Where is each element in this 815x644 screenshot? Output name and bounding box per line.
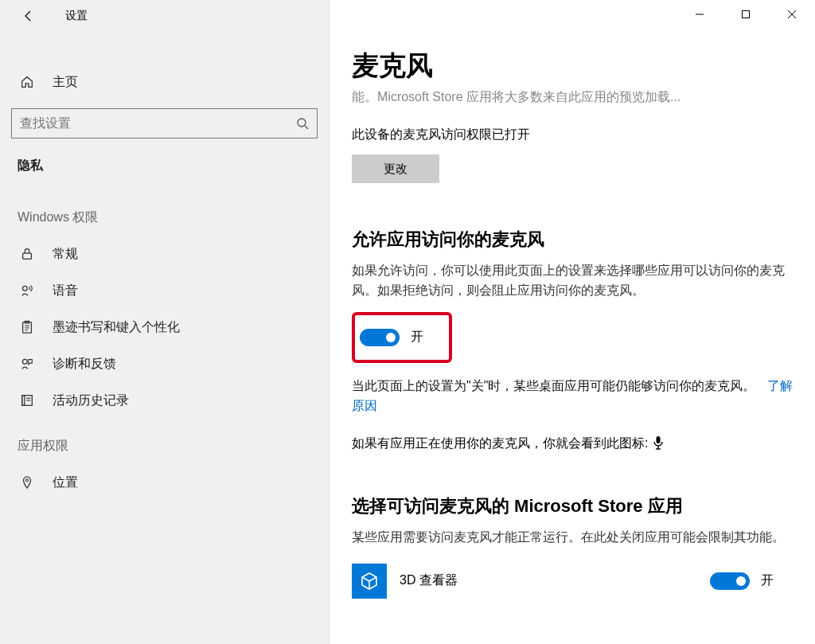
app-toggle-label: 开 <box>761 572 774 589</box>
sidebar-item-general[interactable]: 常规 <box>11 236 318 272</box>
sidebar-item-inking[interactable]: 墨迹书写和键入个性化 <box>11 309 318 345</box>
titlebar-right <box>330 0 815 29</box>
svg-rect-11 <box>22 396 25 406</box>
store-apps-desc: 某些应用需要访问麦克风才能正常运行。在此处关闭应用可能会限制其功能。 <box>352 528 793 548</box>
sidebar: 设置 主页 隐私 Windows 权限 常规 语音 <box>0 0 330 644</box>
app-toggle-3dviewer[interactable] <box>710 572 750 590</box>
svg-line-1 <box>305 126 308 129</box>
allow-apps-title: 允许应用访问你的麦克风 <box>352 228 793 252</box>
sidebar-item-speech[interactable]: 语音 <box>11 272 318 309</box>
close-button[interactable] <box>769 0 815 29</box>
minimize-button[interactable] <box>677 0 723 29</box>
microphone-icon <box>653 435 664 453</box>
back-button[interactable] <box>22 10 51 22</box>
speech-icon <box>18 283 37 298</box>
svg-rect-19 <box>657 436 661 443</box>
lock-icon <box>18 247 37 261</box>
device-access-status: 此设备的麦克风访问权限已打开 <box>352 127 793 143</box>
sidebar-item-activity[interactable]: 活动历史记录 <box>11 382 318 419</box>
maximize-button[interactable] <box>723 0 769 29</box>
section-privacy: 隐私 <box>11 151 318 190</box>
svg-rect-16 <box>743 11 750 18</box>
svg-rect-2 <box>23 253 32 259</box>
svg-point-0 <box>298 119 306 127</box>
allow-apps-desc: 如果允许访问，你可以使用此页面上的设置来选择哪些应用可以访问你的麦克风。如果拒绝… <box>352 261 793 301</box>
search-icon[interactable] <box>288 117 317 130</box>
highlight-box: 开 <box>352 312 452 363</box>
activity-icon <box>18 393 37 408</box>
off-note: 当此页面上的设置为"关"时，某些桌面应用可能仍能够访问你的麦克风。 了解原因 <box>352 376 793 416</box>
location-icon <box>18 475 37 490</box>
sidebar-item-location[interactable]: 位置 <box>11 464 318 501</box>
sidebar-content: 主页 隐私 Windows 权限 常规 语音 墨迹书写和键 <box>0 32 329 501</box>
allow-apps-toggle[interactable] <box>360 329 400 346</box>
page-title: 麦克风 <box>352 48 793 84</box>
toggle-state-label: 开 <box>411 329 423 345</box>
truncated-scrolled-text: 能。Microsoft Store 应用将大多数来自此应用的预览加载... <box>352 89 793 106</box>
app-row: 3D 查看器 开 <box>352 559 774 603</box>
sidebar-item-label: 常规 <box>53 246 78 263</box>
sidebar-item-label: 墨迹书写和键入个性化 <box>53 319 180 336</box>
change-button[interactable]: 更改 <box>352 154 439 183</box>
svg-point-3 <box>22 286 27 291</box>
sidebar-item-label: 活动历史记录 <box>53 392 129 409</box>
search-box[interactable] <box>11 108 318 139</box>
sidebar-item-diagnostics[interactable]: 诊断和反馈 <box>11 345 318 382</box>
app-name: 3D 查看器 <box>400 572 710 589</box>
in-use-text: 如果有应用正在使用你的麦克风，你就会看到此图标: <box>352 435 648 452</box>
svg-point-14 <box>25 479 28 482</box>
sidebar-item-label: 诊断和反馈 <box>53 356 116 373</box>
in-use-line: 如果有应用正在使用你的麦克风，你就会看到此图标: <box>352 435 793 453</box>
search-input[interactable] <box>12 116 288 131</box>
home-nav[interactable]: 主页 <box>11 64 318 100</box>
app-toggle-wrap: 开 <box>710 572 774 590</box>
off-note-text: 当此页面上的设置为"关"时，某些桌面应用可能仍能够访问你的麦克风。 <box>352 379 755 392</box>
category-app-permissions: 应用权限 <box>11 419 318 464</box>
sidebar-item-label: 语音 <box>53 283 78 299</box>
sidebar-item-label: 位置 <box>53 474 78 491</box>
clipboard-icon <box>18 320 37 334</box>
svg-point-9 <box>22 359 27 364</box>
home-label: 主页 <box>53 74 78 91</box>
content: 麦克风 能。Microsoft Store 应用将大多数来自此应用的预览加载..… <box>330 29 815 603</box>
home-icon <box>18 75 37 89</box>
category-windows-permissions: Windows 权限 <box>11 190 318 236</box>
main-panel: 麦克风 能。Microsoft Store 应用将大多数来自此应用的预览加载..… <box>330 0 815 644</box>
titlebar-left: 设置 <box>0 0 329 32</box>
window-title: 设置 <box>65 9 88 23</box>
app-icon-3dviewer <box>352 564 387 599</box>
feedback-icon <box>18 357 37 371</box>
store-apps-title: 选择可访问麦克风的 Microsoft Store 应用 <box>352 494 793 518</box>
